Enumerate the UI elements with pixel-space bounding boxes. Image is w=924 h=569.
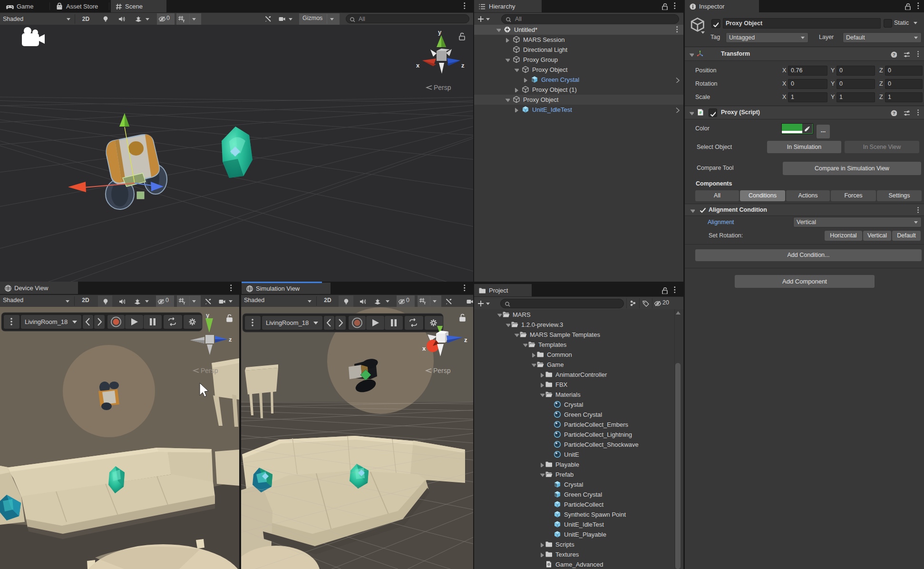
svg-text:z: z — [464, 336, 467, 343]
svg-text:Persp: Persp — [201, 367, 218, 374]
svg-text:y: y — [206, 312, 210, 319]
svg-text:Persp: Persp — [434, 84, 451, 91]
svg-text:Persp: Persp — [433, 367, 451, 374]
svg-text:y: y — [438, 29, 442, 36]
svg-text:LivingRoom_18: LivingRoom_18 — [25, 318, 68, 325]
svg-text:z: z — [461, 62, 465, 69]
svg-text:z: z — [229, 336, 232, 343]
svg-text:x: x — [422, 345, 426, 352]
svg-text:LivingRoom_18: LivingRoom_18 — [266, 319, 309, 326]
svg-text:x: x — [416, 62, 420, 69]
